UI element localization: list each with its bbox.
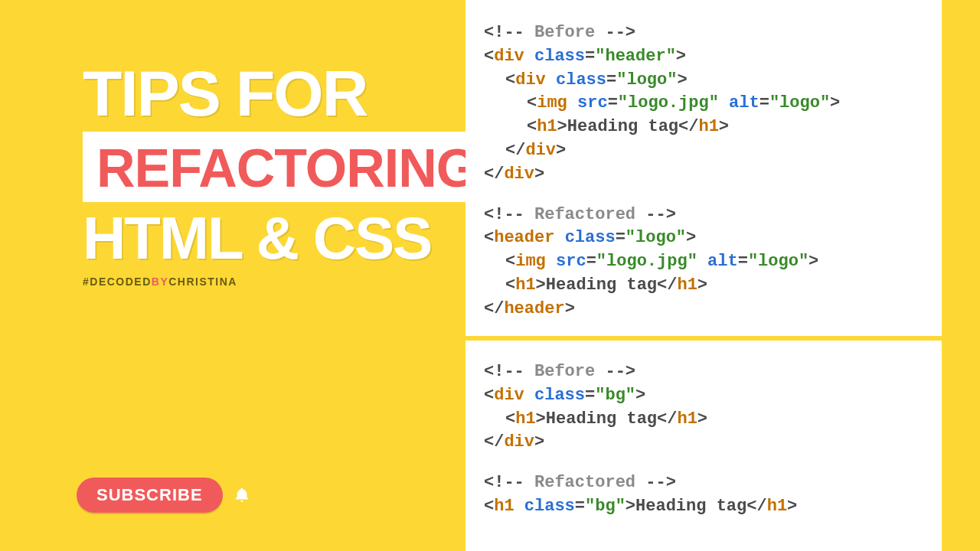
title-panel: TIPS FOR REFACTORING HTML & CSS #DECODED… [60, 0, 466, 551]
comment-refactored-2: Refactored [534, 473, 635, 492]
code-block-2: <!-- Before --> <div class="bg"> <h1>Hea… [466, 341, 942, 534]
subscribe-button[interactable]: SUBSCRIBE [77, 478, 223, 513]
comment-refactored: Refactored [534, 205, 635, 224]
comment-before: Before [534, 23, 595, 42]
hashtag: #DECODEDBYCHRISTINA [83, 276, 443, 288]
decor-right-bar [942, 0, 980, 551]
hashtag-part-1: #DECODED [83, 276, 152, 288]
title-line-2: REFACTORING [96, 138, 477, 199]
code-block-1: <!-- Before --> <div class="header"> <di… [466, 0, 942, 341]
comment-before-2: Before [534, 362, 595, 381]
title-line-1: TIPS FOR [83, 61, 443, 126]
hashtag-part-2: BY [152, 276, 168, 288]
title-highlight-box: REFACTORING [83, 132, 491, 202]
hashtag-part-3: CHRISTINA [168, 276, 237, 288]
code-area: <!-- Before --> <div class="header"> <di… [466, 0, 942, 551]
decor-left-bar [0, 0, 60, 551]
subscribe-row: SUBSCRIBE [77, 478, 250, 513]
bell-icon[interactable] [234, 487, 250, 504]
title-line-3: HTML & CSS [83, 208, 443, 268]
